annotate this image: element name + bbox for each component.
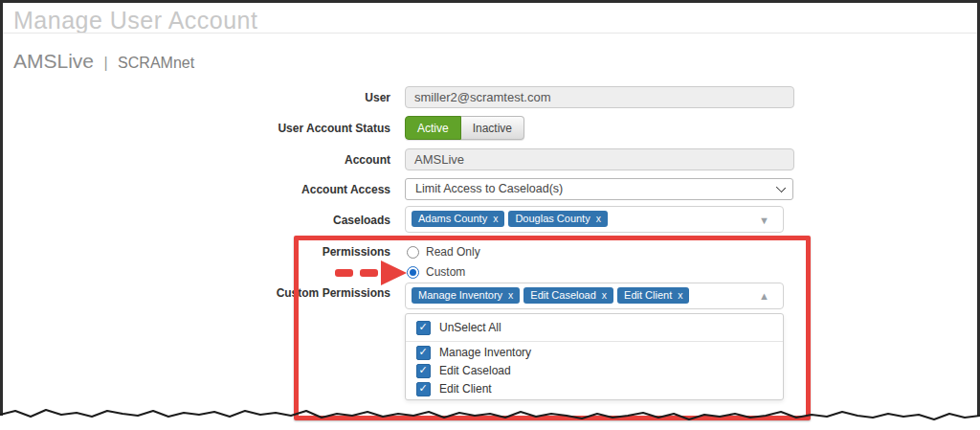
title-divider xyxy=(3,33,977,34)
account-access-select[interactable]: Limit Access to Caseload(s) xyxy=(405,178,793,200)
account-field[interactable]: AMSLive xyxy=(405,148,794,170)
read-only-radio-label: Read Only xyxy=(426,245,480,259)
caseloads-multiselect[interactable]: Adams County x Douglas County x ▼ xyxy=(405,206,784,233)
user-label: User xyxy=(199,91,390,104)
remove-tag-icon[interactable]: x xyxy=(602,287,607,304)
dropdown-option-label: UnSelect All xyxy=(439,321,501,334)
dropdown-option-label: Edit Caseload xyxy=(439,364,511,377)
annotation-arrow-dash xyxy=(360,269,378,277)
caseload-tag-label: Adams County xyxy=(418,211,487,227)
annotation-arrow-dash xyxy=(335,269,353,277)
caseloads-tags: Adams County x Douglas County x xyxy=(412,211,608,227)
caseloads-label: Caseloads xyxy=(199,214,390,227)
permission-tag: Edit Caseload x xyxy=(523,287,613,304)
remove-tag-icon[interactable]: x xyxy=(508,287,513,304)
dropdown-option-edit-caseload[interactable]: Edit Caseload xyxy=(406,362,783,379)
permission-tag-label: Manage Inventory xyxy=(418,287,502,304)
breadcrumb: AMSLive | SCRAMnet xyxy=(13,50,194,73)
account-access-label: Account Access xyxy=(199,183,390,196)
account-label: Account xyxy=(199,153,390,167)
remove-tag-icon[interactable]: x xyxy=(596,211,601,227)
chevron-down-icon xyxy=(776,183,785,192)
breadcrumb-separator: | xyxy=(103,55,107,71)
custom-permissions-dropdown-panel: UnSelect All Manage Inventory Edit Casel… xyxy=(405,313,784,400)
permission-tag: Edit Client x xyxy=(617,287,689,304)
active-button[interactable]: Active xyxy=(405,116,461,140)
dropdown-option-unselect-all[interactable]: UnSelect All xyxy=(406,314,783,342)
product-name: SCRAMnet xyxy=(118,55,194,71)
checkbox-checked-icon[interactable] xyxy=(416,321,431,335)
permissions-label: Permissions xyxy=(199,245,390,259)
read-only-radio[interactable] xyxy=(407,246,419,259)
checkbox-checked-icon[interactable] xyxy=(416,382,431,396)
user-account-status-label: User Account Status xyxy=(199,122,390,135)
custom-radio-label: Custom xyxy=(426,265,465,279)
permission-tag-label: Edit Client xyxy=(624,287,672,304)
checkbox-checked-icon[interactable] xyxy=(416,364,431,378)
remove-tag-icon[interactable]: x xyxy=(493,211,498,227)
permission-tag-label: Edit Caseload xyxy=(530,287,596,304)
caseload-tag-label: Douglas County xyxy=(515,211,590,227)
user-field[interactable]: smiller2@scramtest.com xyxy=(405,86,794,108)
custom-permissions-label: Custom Permissions xyxy=(199,286,390,300)
account-name: AMSLive xyxy=(13,50,94,72)
torn-edge-decoration xyxy=(0,404,980,430)
read-only-radio-row: Read Only xyxy=(407,245,480,259)
inactive-button[interactable]: Inactive xyxy=(461,116,524,140)
dropdown-option-label: Manage Inventory xyxy=(439,346,531,359)
user-account-status-toggle: Active Inactive xyxy=(405,116,524,140)
caseload-tag: Douglas County x xyxy=(508,211,608,227)
annotation-arrow-head-icon xyxy=(381,260,407,285)
remove-tag-icon[interactable]: x xyxy=(678,287,682,304)
dropdown-close-icon[interactable]: ▲ xyxy=(759,291,769,302)
dropdown-option-label: Edit Client xyxy=(439,382,492,396)
custom-radio[interactable] xyxy=(407,266,419,279)
custom-permissions-tags: Manage Inventory x Edit Caseload x Edit … xyxy=(412,287,689,304)
checkbox-checked-icon[interactable] xyxy=(416,346,431,360)
caseload-tag: Adams County x xyxy=(412,211,504,227)
page-title: Manage User Account xyxy=(13,7,257,34)
custom-permissions-multiselect[interactable]: Manage Inventory x Edit Caseload x Edit … xyxy=(405,283,784,309)
account-access-selected-value: Limit Access to Caseload(s) xyxy=(415,182,563,195)
custom-radio-row: Custom xyxy=(407,265,465,279)
dropdown-option-manage-inventory[interactable]: Manage Inventory xyxy=(406,344,783,361)
dropdown-option-edit-client[interactable]: Edit Client xyxy=(406,380,783,397)
permission-tag: Manage Inventory x xyxy=(412,287,520,304)
dropdown-open-icon[interactable]: ▼ xyxy=(759,215,769,226)
